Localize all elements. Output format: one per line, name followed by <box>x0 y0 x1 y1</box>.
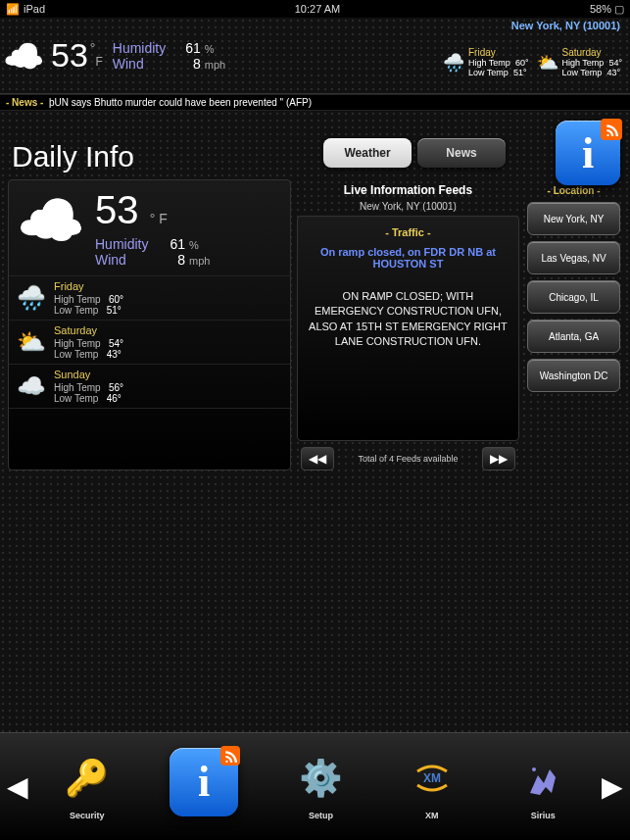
xm-icon: XM <box>404 750 460 807</box>
device-label: iPad <box>24 3 45 15</box>
location-button[interactable]: Las Vegas, NV <box>527 241 620 274</box>
svg-text:XM: XM <box>423 771 441 785</box>
cloud-icon: ☁️ <box>3 36 44 75</box>
rain-icon: 🌧️ <box>17 284 46 312</box>
clock: 10:27 AM <box>295 3 340 15</box>
rss-icon <box>601 119 622 140</box>
feed-next-button[interactable]: ▶▶ <box>482 447 515 470</box>
status-bar: 📶iPad 10:27 AM 58% ▢ <box>0 0 630 18</box>
humidity-wind: Humidity61% Wind8mph <box>113 40 225 72</box>
top-weather-panel: New York, NY (10001) ☁️ 53°F Humidity61%… <box>0 18 630 94</box>
location-button[interactable]: New York, NY <box>527 202 620 235</box>
feed-panel: Live Information Feeds New York, NY (100… <box>297 179 519 470</box>
dock-sirius[interactable]: Sirius <box>514 750 571 826</box>
svg-point-1 <box>532 767 536 771</box>
sirius-icon <box>514 750 571 807</box>
current-temp: 53°F <box>47 36 103 74</box>
dock-security[interactable]: 🔑 Security <box>59 750 116 826</box>
weather-card: ☁️ 53 ° F Humidity61% Wind8mph 🌧️ Friday… <box>8 179 291 470</box>
keys-icon: 🔑 <box>59 750 116 807</box>
dock-prev-button[interactable]: ◀ <box>4 770 31 803</box>
feed-headline: On ramp closed, on FDR DR NB at HOUSTON … <box>308 246 509 270</box>
dock-xm[interactable]: XM XM <box>404 750 460 826</box>
feed-section: - Traffic - <box>308 226 509 238</box>
forecast-row: 🌧️ Friday High Temp 60° Low Temp 51° <box>9 276 290 321</box>
location-button[interactable]: Atlanta, GA <box>527 320 620 353</box>
forecast-saturday: ⛅ Saturday High Temp 54° Low Temp 43° <box>537 47 623 77</box>
dock-info[interactable]: i <box>170 748 238 826</box>
forecast-row: ☁️ Sunday High Temp 56° Low Temp 46° <box>9 365 290 409</box>
top-location: New York, NY (10001) <box>511 20 620 31</box>
gear-icon: ⚙️ <box>292 750 349 807</box>
info-icon: i <box>170 748 238 816</box>
dock-setup[interactable]: ⚙️ Setup <box>292 750 349 826</box>
feed-body: ON RAMP CLOSED; WITH EMERGENCY CONSTRUCT… <box>308 289 509 350</box>
feed-heading: Live Information Feeds <box>297 179 519 201</box>
battery-label: 58% <box>590 3 611 15</box>
tab-news[interactable]: News <box>417 138 506 168</box>
tab-weather[interactable]: Weather <box>323 138 412 168</box>
dock: ◀ 🔑 Security i ⚙️ Setup XM XM <box>0 732 630 840</box>
forecast-friday: 🌧️ Friday High Temp 60° Low Temp 51° <box>443 47 529 77</box>
location-button[interactable]: Chicago, IL <box>527 280 620 314</box>
page-title: Daily Info <box>8 140 622 173</box>
partly-cloudy-icon: ⛅ <box>17 328 46 356</box>
feed-prev-button[interactable]: ◀◀ <box>301 447 334 470</box>
feed-location: New York, NY (10001) <box>297 201 519 212</box>
rss-icon <box>220 746 240 766</box>
cloud-icon: ☁️ <box>17 372 46 400</box>
news-ticker: - News - þUN says Bhutto murder could ha… <box>0 94 630 111</box>
forecast-row: ⛅ Saturday High Temp 54° Low Temp 43° <box>9 321 290 365</box>
location-label: - Location - <box>525 185 622 196</box>
location-panel: - Location - New York, NY Las Vegas, NV … <box>525 179 622 470</box>
rain-icon: 🌧️ <box>443 52 464 74</box>
info-app-icon[interactable]: i <box>556 121 620 185</box>
cloud-icon: ☁️ <box>17 188 95 253</box>
dock-next-button[interactable]: ▶ <box>599 770 626 803</box>
location-button[interactable]: Washington DC <box>527 359 620 392</box>
partly-cloudy-icon: ⛅ <box>537 52 558 74</box>
feed-count: Total of 4 Feeds available <box>358 454 458 464</box>
